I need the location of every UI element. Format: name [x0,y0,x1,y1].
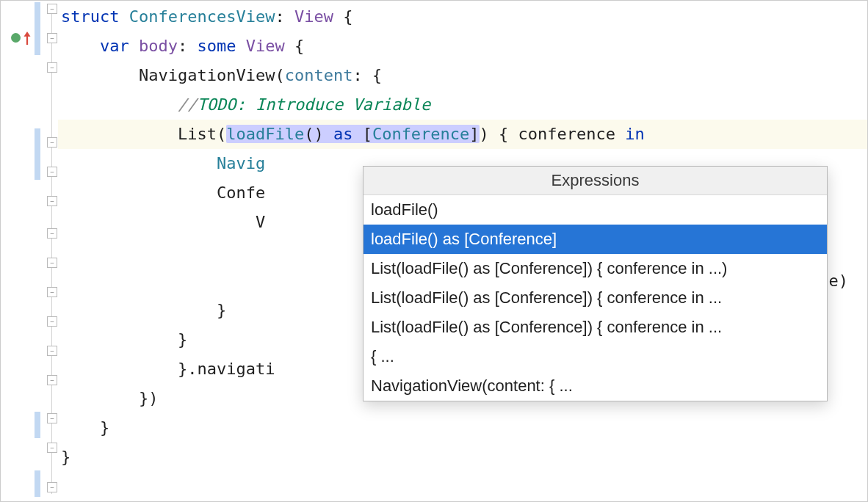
bracket-close: ] [469,125,479,143]
dot: . [187,360,197,378]
partial-navig: Navig [217,154,265,172]
fold-handle[interactable] [47,482,57,492]
paren-open: ( [217,125,226,143]
code-line[interactable]: } [58,413,867,443]
fold-handle[interactable] [47,196,57,206]
selection-range: loadFile() as [Conference] [226,125,479,143]
code-line[interactable]: } [58,443,867,472]
navigationview-call: NavigationView [139,66,275,84]
todo-comment: TODO: Introduce Variable [197,95,430,114]
brace: { [294,37,304,55]
partial-navigati: navigati [197,360,275,378]
brace-close: } [217,301,226,319]
brace: { [363,66,383,84]
paren-close: ) [480,125,489,143]
protocol-view: View [294,7,333,26]
brace-close: } [100,418,109,437]
brace-paren-close: }) [139,389,159,407]
colon: : [352,66,362,84]
fold-handle[interactable] [47,62,57,73]
change-marker [35,128,40,180]
expression-option[interactable]: NavigationView(content: { ... [364,371,827,401]
change-marker [35,2,40,55]
run-marker-icon[interactable] [11,33,21,43]
parens: () [304,125,324,143]
expression-option[interactable]: { ... [364,342,827,371]
fold-handle[interactable] [47,33,57,43]
fold-handle[interactable] [47,443,57,453]
code-line-current[interactable]: List(loadFile() as [Conference]) { confe… [58,120,867,149]
brace: { [343,7,352,26]
keyword-var: var [100,37,129,55]
fold-handle[interactable] [47,346,57,356]
partial-confe: Confe [217,183,265,202]
brace-close: } [61,448,70,466]
paren-open: ( [275,66,284,84]
fold-handle[interactable] [47,137,57,148]
fold-handle[interactable] [47,167,57,177]
editor-gutter [1,1,58,501]
expression-option[interactable]: loadFile() [364,195,827,225]
change-marker [35,470,40,497]
code-editor[interactable]: struct ConferencesView: View { var body:… [1,1,867,501]
fold-handle[interactable] [47,316,57,327]
brace: { [489,125,509,143]
protocol-view: View [246,37,285,55]
type-name: ConferencesView [129,7,275,26]
code-area[interactable]: struct ConferencesView: View { var body:… [58,1,867,501]
code-line[interactable]: //TODO: Introduce Variable [58,90,867,120]
loadfile-call: loadFile [226,125,304,143]
expression-option[interactable]: List(loadFile() as [Conference]) { confe… [364,254,827,283]
popup-title: Expressions [364,167,827,195]
expression-option-selected[interactable]: loadFile() as [Conference] [364,225,827,254]
bracket-open: [ [363,125,372,143]
param-content: content [285,66,353,84]
fold-handle[interactable] [47,258,57,268]
fold-handle[interactable] [47,4,57,14]
closure-param: conference [508,125,625,143]
keyword-as: as [324,125,363,143]
expressions-popup: Expressions loadFile() loadFile() as [Co… [363,166,828,401]
colon: : [275,7,284,26]
code-line[interactable]: NavigationView(content: { [58,61,867,90]
expression-option[interactable]: List(loadFile() as [Conference]) { confe… [364,283,827,313]
keyword-some: some [197,37,236,55]
fold-handle[interactable] [47,228,57,239]
partial-v: V [256,213,265,231]
keyword-in: in [625,125,645,143]
member-body: body [139,37,178,55]
colon: : [178,37,187,55]
fold-handle[interactable] [47,413,57,423]
fold-strip [47,1,57,501]
keyword-struct: struct [61,7,119,26]
fold-handle[interactable] [47,375,57,385]
change-marker [35,412,40,438]
code-line[interactable]: struct ConferencesView: View { [58,2,867,32]
code-line[interactable]: var body: some View { [58,32,867,61]
type-conference: Conference [372,125,469,143]
list-call: List [178,125,217,143]
brace-close: } [178,330,187,349]
expression-option[interactable]: List(loadFile() as [Conference]) { confe… [364,313,827,342]
comment-slashes: // [178,95,198,114]
brace-close: } [178,360,187,378]
fold-handle[interactable] [47,287,57,297]
